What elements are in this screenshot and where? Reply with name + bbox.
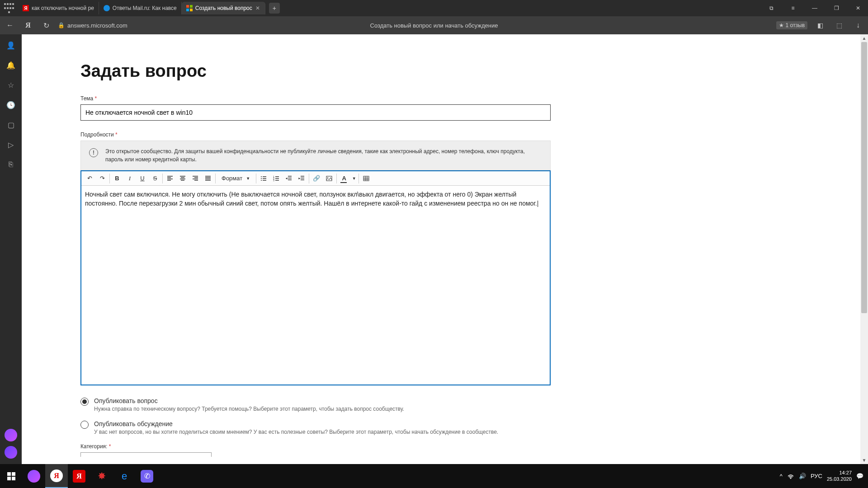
image-button[interactable] xyxy=(323,172,335,185)
taskbar-app-viber[interactable]: ✆ xyxy=(136,464,158,488)
action-center-icon[interactable]: 💬 xyxy=(856,473,863,479)
color-dropdown-icon[interactable]: ▼ xyxy=(350,172,358,185)
svg-rect-16 xyxy=(12,477,15,480)
svg-point-4 xyxy=(261,176,262,177)
tab-label: Ответы Mail.ru: Как навсе xyxy=(113,5,177,11)
category-label: Категория: * xyxy=(80,443,519,450)
volume-icon[interactable]: 🔊 xyxy=(799,473,806,479)
browser-tab-bar: Я как отключить ночной ре Ответы Mail.ru… xyxy=(0,0,868,16)
profile-icon[interactable]: 👤 xyxy=(5,40,16,51)
start-button[interactable] xyxy=(0,464,23,488)
radio-description: Нужна справка по техническому вопросу? Т… xyxy=(94,406,404,412)
url-display[interactable]: 🔒 answers.microsoft.com xyxy=(58,22,127,29)
window-maximize-icon[interactable]: ❐ xyxy=(830,2,843,14)
reviews-badge[interactable]: ★ 1 отзыв xyxy=(776,21,807,29)
radio-label: Опубликовать обсуждение xyxy=(94,420,498,427)
lock-icon: 🔒 xyxy=(58,22,65,28)
publish-question-radio[interactable]: Опубликовать вопрос Нужна справка по тех… xyxy=(80,397,519,412)
browser-tab[interactable]: Я как отключить ночной ре xyxy=(18,2,99,14)
media-icon[interactable]: ▷ xyxy=(5,139,16,150)
editor-textarea[interactable]: Ночный свет сам включился. Не могу отклю… xyxy=(81,186,550,385)
svg-rect-14 xyxy=(12,472,15,476)
redo-button[interactable]: ↷ xyxy=(96,172,108,185)
extensions-grid-icon[interactable] xyxy=(4,3,14,14)
scroll-down-icon[interactable]: ▼ xyxy=(860,456,868,464)
collections-icon[interactable]: ▢ xyxy=(5,119,16,130)
undo-button[interactable]: ↶ xyxy=(83,172,96,185)
close-tab-icon[interactable]: ✕ xyxy=(255,5,260,11)
window-minimize-icon[interactable]: ― xyxy=(808,2,821,14)
taskbar-app-yandex[interactable]: Я xyxy=(68,464,90,488)
bookmark-icon[interactable]: ◧ xyxy=(814,19,826,32)
underline-button[interactable]: U xyxy=(136,172,149,185)
taskbar-clock[interactable]: 14:27 25.03.2020 xyxy=(827,470,852,482)
svg-text:3: 3 xyxy=(273,179,274,182)
notifications-icon[interactable]: 🔔 xyxy=(5,60,16,70)
svg-rect-12 xyxy=(363,176,369,181)
new-tab-button[interactable]: + xyxy=(269,3,280,14)
favorites-icon[interactable]: ☆ xyxy=(5,80,16,90)
strikethrough-button[interactable]: S xyxy=(149,172,161,185)
scrollbar[interactable]: ▲ ▼ xyxy=(860,34,868,464)
radio-description: У вас нет вопросов, но вы хотите поделит… xyxy=(94,429,498,435)
wifi-icon[interactable] xyxy=(787,473,794,479)
italic-button[interactable]: I xyxy=(123,172,136,185)
extension-icon[interactable]: ⬚ xyxy=(833,19,845,32)
language-indicator[interactable]: РУС xyxy=(811,473,822,479)
page-heading: Задать вопрос xyxy=(80,61,519,81)
url-text: answers.microsoft.com xyxy=(67,22,127,29)
svg-rect-13 xyxy=(7,472,11,476)
reload-button[interactable]: ↻ xyxy=(40,19,52,32)
bold-button[interactable]: B xyxy=(111,172,123,185)
window-close-icon[interactable]: ✕ xyxy=(852,2,864,14)
table-button[interactable] xyxy=(360,172,373,185)
windows-taskbar: Я Я ✸ e ✆ ^ 🔊 РУС 14:27 25.03.2020 💬 xyxy=(0,464,868,488)
align-right-button[interactable] xyxy=(189,172,202,185)
privacy-warning: ! Это открытое сообщество. Для защиты ва… xyxy=(80,141,551,170)
browser-side-panel: 👤 🔔 ☆ 🕓 ▢ ▷ ⎘ xyxy=(0,34,22,464)
indent-button[interactable] xyxy=(295,172,308,185)
subject-input[interactable] xyxy=(80,104,551,121)
yandex-home-button[interactable]: Я xyxy=(22,19,34,32)
warning-text: Это открытое сообщество. Для защиты ваше… xyxy=(105,147,542,164)
scroll-up-icon[interactable]: ▲ xyxy=(860,34,868,42)
svg-point-17 xyxy=(790,478,791,479)
scrollbar-thumb[interactable] xyxy=(861,42,867,313)
category-dropdown[interactable] xyxy=(80,452,212,457)
downloads-icon[interactable]: ↓ xyxy=(852,19,864,32)
align-justify-button[interactable] xyxy=(202,172,214,185)
align-left-button[interactable] xyxy=(164,172,176,185)
rich-text-editor: ↶ ↷ B I U S xyxy=(80,170,551,385)
outdent-button[interactable] xyxy=(283,172,295,185)
svg-point-6 xyxy=(261,180,262,181)
taskbar-app-yandex-browser[interactable]: Я xyxy=(45,464,68,488)
taskbar-app-unknown[interactable]: ✸ xyxy=(90,464,113,488)
back-button[interactable]: ← xyxy=(4,19,16,32)
browser-tab[interactable]: Ответы Mail.ru: Как навсе xyxy=(99,2,182,14)
alice-voice-icon[interactable] xyxy=(5,446,17,459)
alice-icon[interactable] xyxy=(5,429,17,441)
publish-discussion-radio[interactable]: Опубликовать обсуждение У вас нет вопрос… xyxy=(80,420,519,435)
text-color-button[interactable]: A xyxy=(338,172,350,185)
microsoft-favicon xyxy=(186,5,193,11)
taskbar-app-ie[interactable]: e xyxy=(113,464,136,488)
svg-rect-3 xyxy=(190,9,193,11)
browser-address-bar: ← Я ↻ 🔒 answers.microsoft.com Создать но… xyxy=(0,16,868,34)
format-dropdown[interactable]: Формат▼ xyxy=(217,174,255,182)
subject-label: Тема * xyxy=(80,95,519,102)
number-list-button[interactable]: 123 xyxy=(270,172,283,185)
link-button[interactable]: 🔗 xyxy=(310,172,323,185)
system-tray: ^ 🔊 РУС 14:27 25.03.2020 💬 xyxy=(780,470,868,482)
history-icon[interactable]: 🕓 xyxy=(5,99,16,110)
svg-point-5 xyxy=(261,178,262,179)
bullet-list-button[interactable] xyxy=(257,172,270,185)
sync-icon[interactable]: ⎘ xyxy=(5,159,16,170)
menu-icon[interactable]: ≡ xyxy=(787,2,799,14)
tray-expand-icon[interactable]: ^ xyxy=(780,473,783,479)
yandex-favicon: Я xyxy=(23,5,29,11)
taskbar-app-yandex-disk[interactable] xyxy=(23,464,45,488)
pip-icon[interactable]: ⧉ xyxy=(765,2,778,14)
radio-label: Опубликовать вопрос xyxy=(94,397,404,404)
align-center-button[interactable] xyxy=(176,172,189,185)
browser-tab-active[interactable]: Создать новый вопрос ✕ xyxy=(182,2,265,14)
